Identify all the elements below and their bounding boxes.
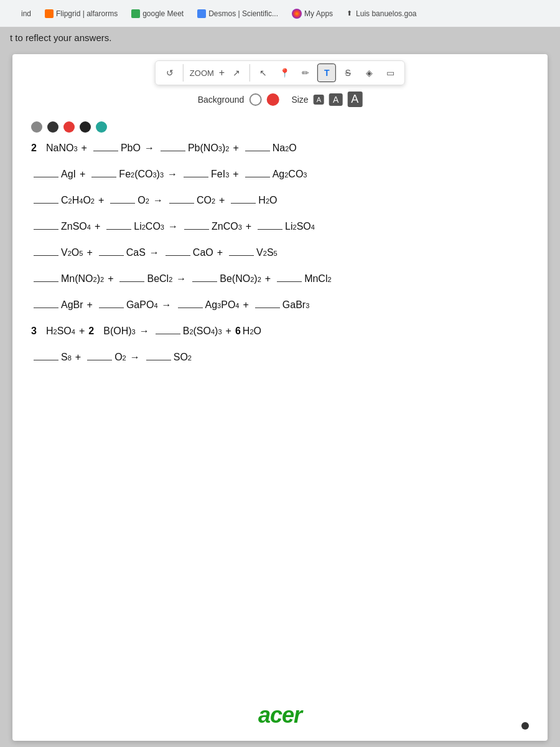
dot-dark2[interactable] — [80, 121, 91, 133]
tab-label-desmos: Desmos | Scientific... — [208, 9, 278, 18]
plus-2b: + — [233, 169, 238, 180]
blank-3b[interactable] — [110, 194, 135, 204]
blank-3c[interactable] — [169, 194, 194, 204]
blank-6d[interactable] — [277, 272, 302, 282]
zoom-plus-button[interactable]: + — [219, 67, 225, 78]
blank-5b[interactable] — [99, 246, 124, 256]
blank-4c[interactable] — [184, 220, 209, 230]
blank-4d[interactable] — [258, 220, 282, 230]
blank-3a[interactable] — [34, 194, 58, 204]
blank-6c[interactable] — [192, 272, 217, 282]
blank-7c[interactable] — [178, 298, 203, 308]
blank-1b[interactable] — [161, 141, 185, 151]
coeff-8b: 2 — [88, 326, 101, 337]
size-small-button[interactable]: A — [314, 95, 324, 105]
blank-5c[interactable] — [166, 246, 190, 256]
chem-li2co3: Li2CO3 — [134, 221, 164, 232]
equation-9: S8 + O2 → SO2 — [31, 350, 529, 363]
chem-o2: O2 — [138, 195, 149, 206]
plus-4b: + — [246, 221, 251, 232]
dot-dark[interactable] — [47, 121, 58, 133]
chem-cas: CaS — [126, 247, 146, 258]
blank-3d[interactable] — [231, 194, 256, 204]
blank-7d[interactable] — [255, 298, 280, 308]
tab-label-luis: Luis banuelos.goa — [356, 9, 416, 18]
cursor-button[interactable]: ↖ — [254, 63, 273, 82]
blank-5a[interactable] — [34, 246, 58, 256]
pin-button[interactable]: 📍 — [275, 63, 294, 82]
canvas-area[interactable]: ↺ ZOOM + ↗ ↖ 📍 ✏ T S ◈ ▭ Background — [12, 54, 548, 741]
blank-2b[interactable] — [91, 167, 116, 177]
blank-1a[interactable] — [93, 141, 118, 151]
blank-2a[interactable] — [34, 167, 58, 177]
tab-desmos[interactable]: Desmos | Scientific... — [192, 7, 283, 21]
chem-h2o-8: H2O — [243, 326, 261, 337]
blank-6a[interactable] — [34, 272, 58, 282]
arrow-1: → — [144, 143, 154, 154]
blank-4a[interactable] — [34, 220, 58, 230]
tab-favicon-desmos — [197, 9, 206, 18]
equation-7: AgBr + GaPO4 → Ag3PO4 + GaBr3 — [31, 298, 529, 311]
tab-meet[interactable]: google Meet — [126, 7, 189, 21]
blank-8a[interactable] — [156, 324, 180, 334]
zoom-label: ZOOM — [187, 68, 217, 78]
tab-favicon-myapps — [292, 9, 302, 19]
blank-6b[interactable] — [119, 272, 144, 282]
blank-9b[interactable] — [87, 350, 112, 360]
tab-ind[interactable]: ind — [5, 7, 36, 21]
coeff-1: 2 — [31, 143, 44, 154]
plus-1b: + — [233, 143, 238, 154]
tab-luis[interactable]: ⬆ Luis banuelos.goa — [342, 7, 421, 21]
blank-2c[interactable] — [184, 167, 208, 177]
tab-favicon-flipgrid — [45, 9, 54, 18]
background-label: Background — [198, 95, 245, 105]
blank-5d[interactable] — [229, 246, 254, 256]
size-medium-button[interactable]: A — [329, 93, 342, 106]
eraser-button[interactable]: ◈ — [360, 63, 378, 82]
plus-7b: + — [243, 299, 248, 311]
arrow-5: → — [149, 247, 159, 258]
coeff-8a: 3 — [31, 326, 44, 337]
tab-label-myapps: My Apps — [304, 9, 333, 18]
blank-4b[interactable] — [106, 220, 131, 230]
equation-4: ZnSO4 + Li2CO3 → ZnCO3 + Li2SO4 — [31, 220, 529, 232]
strikethrough-button[interactable]: S — [338, 63, 357, 82]
text-button[interactable]: T — [317, 63, 336, 82]
chem-h2so4: H2SO4 — [46, 326, 75, 337]
pen-button[interactable]: ✏ — [296, 63, 315, 82]
chem-c2h4o2: C2H4O2 — [61, 195, 95, 206]
arrow-3: → — [153, 195, 163, 206]
shape-button[interactable]: ▭ — [381, 63, 399, 82]
arrow-6: → — [176, 273, 186, 284]
chem-znco3: ZnCO3 — [212, 221, 242, 232]
blank-1c[interactable] — [245, 141, 270, 151]
size-large-button[interactable]: A — [347, 92, 362, 107]
chem-li2so4: Li2SO4 — [285, 221, 315, 232]
blank-2d[interactable] — [245, 167, 270, 177]
toolbar-zoom: ZOOM + ↗ — [187, 63, 246, 82]
tab-favicon-meet — [131, 9, 140, 18]
blank-7b[interactable] — [99, 298, 124, 308]
tab-label-meet: google Meet — [142, 9, 184, 18]
tab-myapps[interactable]: My Apps — [287, 6, 338, 21]
refresh-button[interactable]: ↺ — [161, 63, 179, 82]
instruction-text: t to reflect your answers. — [0, 27, 560, 48]
chem-s8: S8 — [61, 352, 72, 363]
equation-3: C2H4O2 + O2 → CO2 + H2O — [31, 194, 529, 206]
blank-9c[interactable] — [146, 350, 171, 360]
blank-9a[interactable] — [34, 350, 58, 360]
fullscreen-button[interactable]: ↗ — [227, 63, 246, 82]
arrow-8: → — [139, 326, 149, 337]
chem-pbno3-2: Pb(NO3)2 — [188, 143, 229, 154]
toolbar-divider-2 — [250, 64, 250, 82]
background-red-circle[interactable] — [266, 93, 279, 106]
dot-teal[interactable] — [96, 121, 107, 133]
plus-9a: + — [75, 352, 81, 363]
blank-7a[interactable] — [34, 298, 58, 308]
bg-size-toolbar: Background Size A A A — [198, 92, 363, 107]
background-white-circle[interactable] — [249, 93, 261, 106]
equation-6: Mn(NO2)2 + BeCl2 → Be(NO2)2 + MnCl2 — [31, 272, 529, 284]
dot-red[interactable] — [63, 121, 75, 133]
dot-gray[interactable] — [31, 121, 42, 133]
tab-flipgrid[interactable]: Flipgrid | alfarorms — [40, 7, 123, 21]
